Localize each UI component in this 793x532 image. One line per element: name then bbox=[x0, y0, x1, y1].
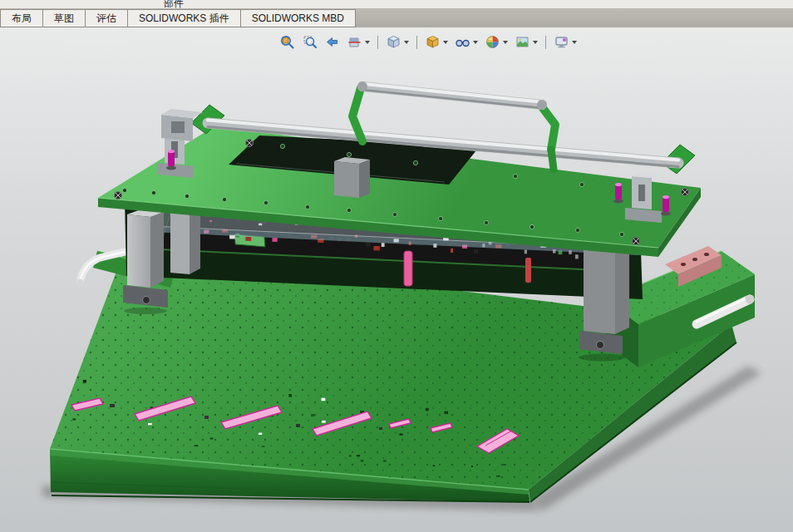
dropdown-caret-icon bbox=[473, 41, 478, 44]
hide-show-items-button[interactable] bbox=[453, 32, 480, 52]
display-style-icon bbox=[425, 34, 441, 50]
dropdown-caret-icon bbox=[365, 41, 370, 44]
zoom-to-area-button[interactable] bbox=[300, 32, 319, 52]
ribbon-partial-row: 部件 bbox=[0, 0, 793, 9]
tab-layout[interactable]: 布局 bbox=[0, 9, 43, 27]
display-style-button[interactable] bbox=[423, 32, 450, 52]
view-orientation-button[interactable] bbox=[384, 32, 411, 52]
zoom-to-fit-button[interactable] bbox=[278, 32, 297, 52]
view-orientation-icon bbox=[386, 34, 401, 50]
dropdown-caret-icon bbox=[533, 41, 538, 44]
toolbar-separator bbox=[377, 36, 378, 49]
apply-scene-button[interactable] bbox=[513, 32, 539, 52]
previous-view-icon bbox=[324, 34, 340, 50]
dropdown-caret-icon bbox=[572, 41, 577, 44]
dropdown-caret-icon bbox=[443, 41, 448, 44]
section-view-button[interactable] bbox=[345, 32, 372, 52]
graphics-viewport[interactable] bbox=[0, 27, 793, 532]
dropdown-caret-icon bbox=[503, 41, 508, 44]
tab-evaluate[interactable]: 评估 bbox=[86, 9, 128, 27]
command-tab-bar: 布局草图评估SOLIDWORKS 插件SOLIDWORKS MBD bbox=[0, 9, 793, 27]
section-view-icon bbox=[347, 34, 362, 50]
zoom-to-area-icon bbox=[302, 34, 318, 50]
edit-appearance-icon bbox=[485, 34, 500, 50]
ribbon-group-label: 部件 bbox=[164, 0, 184, 9]
edit-appearance-button[interactable] bbox=[483, 32, 510, 52]
dropdown-caret-icon bbox=[404, 41, 409, 44]
toolbar-separator bbox=[545, 36, 546, 49]
tab-solidworks-mbd[interactable]: SOLIDWORKS MBD bbox=[241, 9, 356, 27]
heads-up-toolbar bbox=[278, 32, 579, 52]
view-settings-button[interactable] bbox=[552, 32, 579, 52]
toolbar-separator bbox=[416, 36, 417, 49]
previous-view-button[interactable] bbox=[323, 32, 342, 52]
zoom-to-fit-icon bbox=[279, 34, 295, 50]
tab-solidworks-addins[interactable]: SOLIDWORKS 插件 bbox=[128, 9, 241, 27]
solidworks-window: 部件 布局草图评估SOLIDWORKS 插件SOLIDWORKS MBD bbox=[0, 0, 793, 532]
hide-show-items-icon bbox=[455, 34, 470, 50]
tab-sketch[interactable]: 草图 bbox=[43, 9, 86, 27]
apply-scene-icon bbox=[515, 34, 530, 50]
view-settings-icon bbox=[554, 34, 569, 50]
